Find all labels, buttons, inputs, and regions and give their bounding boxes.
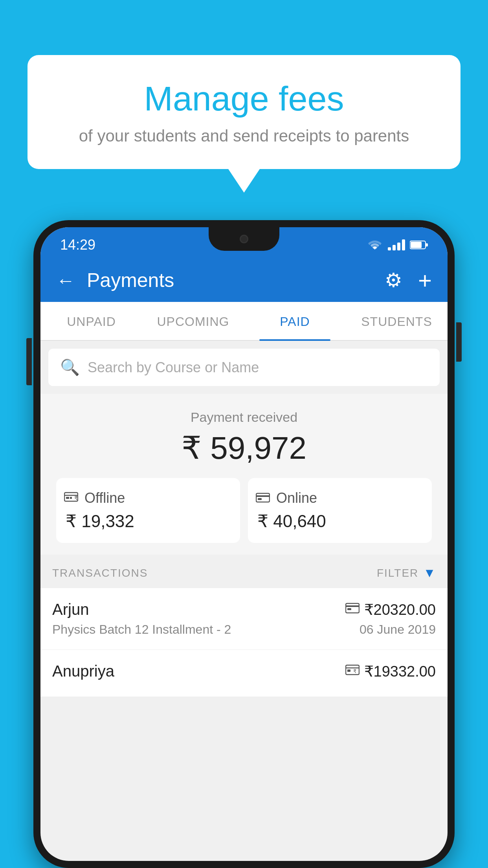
- online-payment-card: Online ₹ 40,640: [248, 478, 432, 543]
- offline-label: Offline: [84, 490, 125, 506]
- app-header: ← Payments ⚙ +: [40, 259, 448, 302]
- transactions-header: TRANSACTIONS FILTER ▼: [40, 555, 448, 588]
- svg-rect-5: [66, 497, 69, 499]
- add-button[interactable]: +: [418, 267, 432, 294]
- header-title: Payments: [87, 269, 174, 292]
- transaction-row-top: Anupriya ₹ ₹19332.00: [52, 662, 436, 680]
- search-icon: 🔍: [60, 358, 80, 377]
- offline-payment-card: ₹ Offline ₹ 19,332: [56, 478, 240, 543]
- svg-text:₹: ₹: [74, 495, 78, 501]
- signal-icon: [388, 239, 405, 250]
- svg-rect-13: [347, 608, 351, 610]
- transaction-row[interactable]: Anupriya ₹ ₹19332.00: [40, 650, 448, 697]
- online-card-header: Online: [256, 490, 424, 506]
- filter-icon: ▼: [423, 566, 436, 580]
- payment-total-amount: ₹ 59,972: [52, 430, 436, 466]
- offline-card-header: ₹ Offline: [64, 490, 232, 506]
- phone-container: 14:29: [33, 220, 455, 868]
- svg-text:₹: ₹: [353, 668, 356, 674]
- transaction-name: Anupriya: [52, 662, 114, 680]
- transaction-row[interactable]: Arjun ₹20320.00: [40, 588, 448, 650]
- offline-amount: ₹ 19,332: [64, 511, 232, 531]
- svg-rect-11: [346, 603, 359, 613]
- speech-bubble-subtitle: of your students and send receipts to pa…: [59, 127, 429, 145]
- search-input[interactable]: Search by Course or Name: [88, 359, 259, 376]
- filter-label: FILTER: [377, 567, 418, 579]
- settings-icon[interactable]: ⚙: [385, 269, 402, 292]
- wifi-icon: [367, 239, 383, 251]
- payment-received-label: Payment received: [52, 410, 436, 425]
- speech-bubble-tail: [228, 169, 260, 193]
- online-label: Online: [276, 490, 317, 506]
- payment-summary: Payment received ₹ 59,972: [40, 394, 448, 555]
- svg-rect-16: [347, 669, 350, 672]
- back-button[interactable]: ←: [56, 270, 75, 291]
- phone-notch: [209, 227, 279, 251]
- transaction-amount: ₹19332.00: [364, 663, 436, 680]
- transaction-date: 06 June 2019: [360, 622, 436, 637]
- phone-outer: 14:29: [33, 220, 455, 868]
- svg-rect-1: [411, 242, 422, 248]
- online-amount: ₹ 40,640: [256, 511, 424, 531]
- tab-students[interactable]: STUDENTS: [346, 302, 448, 340]
- transactions-label: TRANSACTIONS: [52, 567, 148, 579]
- search-bar[interactable]: 🔍 Search by Course or Name: [48, 349, 440, 386]
- tab-paid[interactable]: PAID: [244, 302, 346, 340]
- svg-rect-6: [70, 497, 72, 499]
- transaction-name: Arjun: [52, 601, 89, 618]
- online-icon: [256, 490, 270, 506]
- content-area: 🔍 Search by Course or Name Payment recei…: [40, 341, 448, 697]
- payment-cards: ₹ Offline ₹ 19,332: [56, 478, 432, 543]
- svg-rect-10: [258, 498, 262, 500]
- card-payment-icon: [345, 602, 360, 617]
- svg-rect-2: [426, 243, 428, 246]
- transaction-amount: ₹20320.00: [364, 601, 436, 618]
- transaction-row-top: Arjun ₹20320.00: [52, 601, 436, 618]
- speech-bubble: Manage fees of your students and send re…: [28, 55, 460, 169]
- speech-bubble-title: Manage fees: [59, 79, 429, 119]
- status-time: 14:29: [60, 237, 95, 253]
- transaction-amount-wrap: ₹20320.00: [345, 601, 436, 618]
- tab-upcoming[interactable]: UPCOMING: [142, 302, 244, 340]
- transaction-detail: Physics Batch 12 Installment - 2: [52, 622, 231, 637]
- status-icons: [367, 239, 428, 251]
- camera: [240, 235, 248, 243]
- header-right: ⚙ +: [385, 267, 432, 294]
- battery-icon: [410, 240, 428, 250]
- offline-payment-icon: ₹: [345, 664, 360, 679]
- transaction-row-bottom: Physics Batch 12 Installment - 2 06 June…: [52, 622, 436, 637]
- offline-icon: ₹: [64, 490, 78, 506]
- header-left: ← Payments: [56, 269, 174, 292]
- svg-rect-8: [256, 493, 270, 502]
- filter-section[interactable]: FILTER ▼: [377, 566, 436, 580]
- tab-unpaid[interactable]: UNPAID: [40, 302, 142, 340]
- speech-bubble-container: Manage fees of your students and send re…: [28, 55, 460, 193]
- phone-screen: 14:29: [40, 227, 448, 861]
- tabs-bar: UNPAID UPCOMING PAID STUDENTS: [40, 302, 448, 341]
- transaction-amount-wrap: ₹ ₹19332.00: [345, 663, 436, 680]
